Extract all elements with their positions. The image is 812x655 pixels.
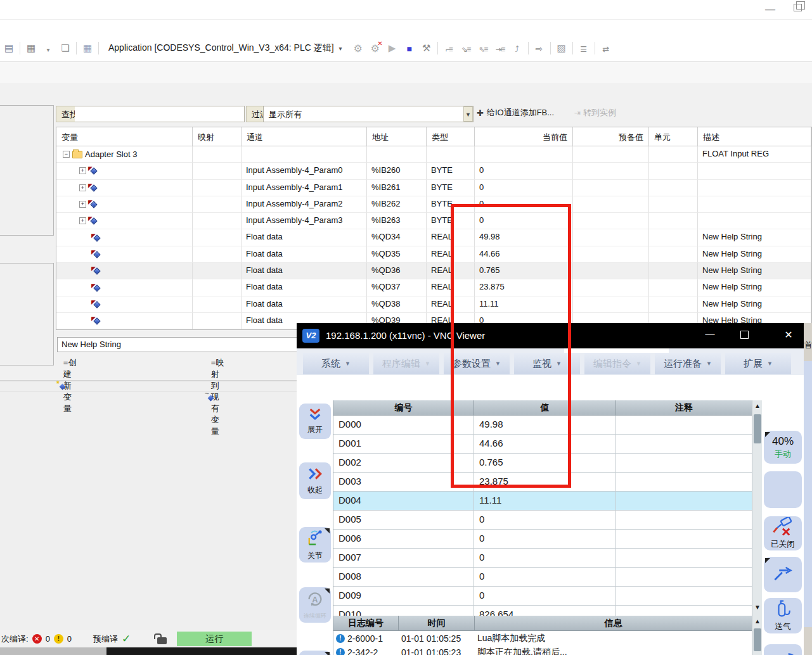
goto-icon[interactable] (533, 43, 546, 54)
scrollbar-thumb[interactable] (754, 628, 761, 651)
io-prepared-value-cell[interactable] (573, 146, 649, 163)
login-icon[interactable] (352, 42, 364, 54)
parameter-row[interactable]: D0060 (333, 530, 752, 549)
io-table-row[interactable]: ◤Float data%QD36REAL0.765New Help String (56, 263, 811, 279)
vnc-side-button[interactable] (764, 557, 802, 592)
io-prepared-value-cell[interactable] (573, 296, 649, 313)
expand-expander-icon[interactable]: + (79, 184, 86, 191)
vnc-button-收起[interactable]: 收起 (299, 462, 331, 499)
stop-icon[interactable] (403, 43, 416, 54)
vnc-button-送气[interactable]: 送气 (764, 598, 802, 633)
log-row[interactable]: !2-6000-101-01 01:05:25Lua脚本加载完成 (333, 631, 752, 645)
io-table-row[interactable]: ◤Float data%QD37REAL23.875New Help Strin… (56, 279, 811, 296)
vnc-button-展开[interactable]: 展开 (299, 404, 331, 439)
vnc-button-已关闭[interactable]: 已关闭 (764, 516, 802, 550)
parameter-value-cell: 0 (474, 511, 616, 530)
variable-mapping-icon: ◤ (92, 234, 101, 242)
goto-instance-button[interactable]: ⇥转到实例 (574, 107, 616, 118)
log-scrollbar[interactable]: ▲ (752, 616, 762, 655)
build-icon[interactable] (81, 42, 94, 54)
io-table-header: 变量映射通道地址类型当前值预备值单元描述 (56, 127, 811, 146)
parameter-row[interactable]: D0050 (333, 511, 752, 530)
io-prepared-value-cell[interactable] (573, 263, 649, 279)
io-description-cell (698, 180, 811, 196)
copy-icon[interactable] (3, 42, 15, 54)
scrollbar-thumb[interactable] (754, 414, 761, 443)
vnc-button-关节[interactable]: 关节 (299, 527, 331, 563)
find-input[interactable] (75, 106, 245, 122)
parameter-row[interactable]: D00411.11 (333, 492, 752, 511)
vnc-menu-tab-扩展[interactable]: 扩展▼ (725, 353, 791, 374)
io-prepared-value-cell[interactable] (573, 180, 649, 196)
io-table-row[interactable]: +◤Input Assembly-4_Param0%IB260BYTE0 (56, 163, 811, 179)
play-icon[interactable] (386, 42, 399, 54)
add-fb-button[interactable]: ✚给IO通道添加FB... (477, 107, 554, 118)
parameter-row[interactable]: D010826.654 (333, 606, 752, 616)
callstack-icon[interactable] (577, 43, 590, 54)
io-table-row[interactable]: +◤Input Assembly-4_Param3%IB263BYTE0 (56, 213, 811, 229)
tools-icon[interactable] (420, 42, 433, 54)
library-icon[interactable] (25, 42, 37, 54)
vnc-minimize-button[interactable]: — (701, 328, 719, 342)
vnc-left-button-column: 展开收起关节A连续循环 (297, 375, 333, 655)
breakpoints-icon[interactable] (555, 42, 568, 54)
io-table-row[interactable]: −Adapter Slot 3FLOAT Input REG (56, 146, 811, 163)
vnc-menu-tab-系统[interactable]: 系统▼ (303, 353, 369, 374)
step-next-icon[interactable] (494, 43, 506, 54)
io-prepared-value-cell[interactable] (573, 163, 649, 179)
parameter-scrollbar[interactable]: ▲ ▼ (752, 400, 762, 616)
application-selector[interactable]: Application [CODESYS_Control_Win_V3_x64:… (103, 41, 347, 56)
toolbar-separator (437, 42, 438, 54)
collapse-expander-icon[interactable]: − (63, 151, 70, 158)
vnc-side-button[interactable] (764, 644, 802, 655)
minimize-button[interactable]: — (761, 4, 780, 15)
io-prepared-value-cell[interactable] (573, 229, 649, 246)
parameter-value-cell: 11.11 (474, 492, 616, 511)
log-row[interactable]: !2-342-201-01 01:05:23脚本正在加载,请稍后... (333, 645, 752, 655)
step-over-icon[interactable] (442, 43, 455, 54)
logout-icon[interactable] (369, 42, 382, 54)
recompile-icon[interactable] (600, 43, 612, 54)
io-variable-cell: ◤ (56, 246, 193, 263)
scroll-down-icon[interactable]: ▼ (752, 602, 763, 613)
parameter-row[interactable]: D0090 (333, 587, 752, 606)
io-unit-cell (649, 196, 698, 213)
filter-dropdown[interactable]: 显示所有 (263, 106, 474, 122)
map-variable-icon: ~ (205, 393, 208, 402)
new-file-icon[interactable] (59, 42, 72, 54)
io-table-row[interactable]: ◤Float data%QD34REAL49.98New Help String (56, 229, 811, 246)
parameter-row[interactable]: D0070 (333, 549, 752, 568)
flow-control-icon[interactable] (511, 43, 524, 54)
io-prepared-value-cell[interactable] (573, 196, 649, 213)
expand-expander-icon[interactable]: + (79, 167, 86, 174)
io-table-row[interactable]: ◤Float data%QD35REAL44.66New Help String (56, 246, 811, 263)
scroll-up-icon[interactable]: ▲ (752, 400, 763, 412)
diamond-icon (90, 168, 97, 175)
step-out-icon[interactable] (477, 43, 489, 54)
speed-mode-button[interactable]: 40%手动 (764, 431, 802, 464)
vnc-close-button[interactable]: ✕ (780, 329, 797, 343)
step-into-icon[interactable] (460, 43, 472, 54)
partial-character: 首 (804, 340, 812, 351)
io-table-row[interactable]: +◤Input Assembly-4_Param2%IB262BYTE0 (56, 196, 811, 213)
restore-button[interactable] (794, 4, 802, 11)
expand-expander-icon[interactable]: + (79, 217, 86, 224)
io-prepared-value-cell[interactable] (573, 213, 649, 229)
vnc-maximize-button[interactable] (740, 331, 749, 339)
io-prepared-value-cell[interactable] (573, 246, 649, 263)
chevron-down-icon[interactable] (42, 43, 55, 54)
expand-expander-icon[interactable]: + (79, 201, 86, 208)
vnc-side-button[interactable] (764, 471, 802, 508)
vnc-button-连续循环[interactable]: A连续循环 (299, 587, 331, 623)
vnc-menu-tab-运行准备[interactable]: 运行准备▼ (655, 353, 721, 374)
io-table-row[interactable]: +◤Input Assembly-4_Param1%IB261BYTE0 (56, 180, 811, 196)
parameter-row[interactable]: D0080 (333, 568, 752, 587)
io-channel-cell: Input Assembly-4_Param2 (242, 196, 367, 213)
io-prepared-value-cell[interactable] (573, 279, 649, 296)
vnc-button-power[interactable] (299, 651, 331, 655)
scroll-up-icon[interactable]: ▲ (752, 616, 763, 627)
io-address-cell: %QD36 (367, 263, 427, 279)
io-table-row[interactable]: ◤Float data%QD38REAL11.11New Help String (56, 296, 811, 313)
filter-dropdown-arrow-icon[interactable]: ▼ (463, 106, 473, 122)
variable-mapping-icon: ◤ (89, 184, 98, 192)
